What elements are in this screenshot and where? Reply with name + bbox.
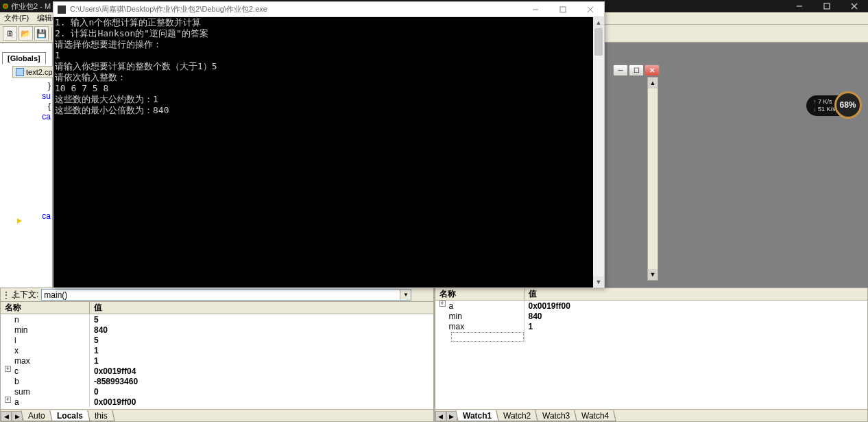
menu-file[interactable]: 文件(F) bbox=[4, 13, 29, 23]
table-row[interactable]: +c0x0019ff04 bbox=[1, 366, 433, 376]
expand-icon[interactable]: + bbox=[439, 301, 446, 307]
watch-table[interactable]: +a0x0019ff00min840max1 bbox=[435, 301, 868, 409]
var-name: c bbox=[1, 366, 90, 376]
net-speed-pill: ↑ 7 K/s ↓ 51 K/s 68% bbox=[806, 95, 859, 116]
context-bar: ⋮⋮ 上下文: main() ▼ bbox=[1, 288, 433, 302]
code-gutter: } su { ca ca bbox=[14, 81, 55, 222]
tab-locals[interactable]: Locals bbox=[49, 410, 90, 421]
table-row[interactable]: b-858993460 bbox=[1, 376, 433, 386]
network-monitor-widget[interactable]: ↑ 7 K/s ↓ 51 K/s 68% bbox=[806, 93, 865, 119]
upload-arrow-icon: ↑ bbox=[813, 98, 817, 105]
scroll-down-icon[interactable]: ▼ bbox=[648, 269, 658, 280]
tab-watch2[interactable]: Watch2 bbox=[496, 410, 538, 421]
debug-bottom-area: ⋮⋮ 上下文: main() ▼ 名称 值 n5min840i5x1max1+c… bbox=[0, 288, 868, 422]
var-value: 840 bbox=[90, 325, 433, 335]
console-max-button[interactable] bbox=[549, 2, 577, 16]
dropdown-arrow-icon[interactable]: ▼ bbox=[400, 290, 411, 300]
close-icon: ✕ bbox=[649, 67, 655, 74]
gauge-value: 68% bbox=[840, 102, 856, 109]
current-line-arrow-icon bbox=[17, 218, 22, 224]
toolbar-save-button[interactable]: 💾 bbox=[34, 26, 49, 40]
maximize-icon: ☐ bbox=[634, 67, 640, 74]
table-row[interactable]: x1 bbox=[1, 345, 433, 355]
header-value[interactable]: 值 bbox=[525, 288, 868, 300]
watch-tabs: ◀ ▶ Watch1 Watch2 Watch3 Watch4 bbox=[435, 409, 868, 421]
header-name[interactable]: 名称 bbox=[1, 302, 90, 314]
outer-close-button[interactable] bbox=[841, 1, 868, 12]
child-window-scrollbar[interactable]: ▲ ▼ bbox=[647, 77, 658, 281]
globals-tab[interactable]: [Globals] bbox=[2, 52, 46, 65]
var-value: 1 bbox=[90, 355, 433, 366]
header-value[interactable]: 值 bbox=[90, 302, 433, 314]
var-name: i bbox=[1, 335, 90, 345]
table-row[interactable]: sum0 bbox=[1, 386, 433, 397]
table-row[interactable]: +a0x0019ff00 bbox=[435, 301, 868, 311]
table-row[interactable]: max1 bbox=[435, 321, 868, 331]
tab-watch4[interactable]: Watch4 bbox=[575, 410, 617, 421]
var-value: 0 bbox=[90, 386, 433, 397]
tab-watch1[interactable]: Watch1 bbox=[455, 410, 499, 421]
var-name: max bbox=[1, 355, 90, 366]
tab-this[interactable]: this bbox=[87, 410, 114, 421]
var-name: a bbox=[1, 397, 90, 407]
header-name[interactable]: 名称 bbox=[435, 288, 525, 300]
tab-nav-left[interactable]: ◀ bbox=[435, 411, 446, 421]
table-row[interactable]: max1 bbox=[1, 355, 433, 366]
var-value: 0x0019ff04 bbox=[90, 366, 433, 376]
outer-title: 作业包2 - M bbox=[11, 1, 51, 12]
upload-speed: 7 K/s bbox=[818, 98, 832, 105]
open-folder-icon: 📂 bbox=[21, 29, 31, 38]
watch-new-input[interactable] bbox=[451, 332, 524, 342]
console-window: C:\Users\周嘉骐\Desktop\作业\作业包2\Debug\作业包2.… bbox=[53, 1, 605, 288]
console-output: 1. 输入n个你想计算的正整数并计算 2. 计算出Hankson的"逆问题"的答… bbox=[53, 17, 593, 288]
tab-label: Locals bbox=[57, 411, 83, 421]
download-arrow-icon: ↓ bbox=[813, 106, 817, 113]
scroll-thumb[interactable] bbox=[594, 28, 603, 56]
scroll-up-icon[interactable]: ▲ bbox=[593, 17, 604, 28]
console-scrollbar[interactable]: ▲ ▼ bbox=[593, 17, 604, 288]
expand-icon[interactable]: + bbox=[5, 366, 11, 372]
var-name: n bbox=[1, 314, 90, 325]
expand-icon[interactable]: + bbox=[5, 397, 11, 403]
file-tab[interactable]: text2.cp bbox=[12, 66, 56, 78]
locals-pane: ⋮⋮ 上下文: main() ▼ 名称 值 n5min840i5x1max1+c… bbox=[0, 288, 435, 422]
var-name: min bbox=[1, 325, 90, 335]
toolbar-new-button[interactable]: 🗎 bbox=[3, 26, 17, 40]
tab-auto[interactable]: Auto bbox=[21, 410, 52, 421]
var-value: 1 bbox=[90, 345, 433, 355]
outer-min-button[interactable] bbox=[786, 1, 813, 12]
scroll-up-icon[interactable]: ▲ bbox=[648, 78, 658, 89]
scroll-down-icon[interactable]: ▼ bbox=[593, 277, 604, 288]
context-dropdown[interactable]: main() ▼ bbox=[41, 289, 411, 301]
cpp-file-icon bbox=[16, 68, 24, 76]
var-value: 840 bbox=[525, 311, 868, 321]
table-row[interactable]: i5 bbox=[1, 335, 433, 345]
locals-table[interactable]: n5min840i5x1max1+c0x0019ff04b-858993460s… bbox=[1, 314, 433, 409]
table-row[interactable]: min840 bbox=[435, 311, 868, 321]
gripper-icon[interactable]: ⋮⋮ bbox=[2, 290, 9, 300]
child-window-controls: ─ ☐ ✕ bbox=[613, 65, 660, 76]
table-row[interactable]: min840 bbox=[1, 325, 433, 335]
tab-label: Watch2 bbox=[503, 411, 531, 421]
var-name: b bbox=[1, 376, 90, 386]
download-speed: 51 K/s bbox=[818, 106, 836, 113]
console-min-button[interactable] bbox=[522, 2, 549, 16]
locals-header: 名称 值 bbox=[1, 302, 433, 314]
child-max-button[interactable]: ☐ bbox=[629, 65, 644, 76]
outer-max-button[interactable] bbox=[813, 1, 841, 12]
child-close-button[interactable]: ✕ bbox=[644, 65, 660, 76]
console-titlebar[interactable]: C:\Users\周嘉骐\Desktop\作业\作业包2\Debug\作业包2.… bbox=[53, 2, 604, 17]
table-row[interactable]: +a0x0019ff00 bbox=[1, 397, 433, 407]
var-name: x bbox=[1, 345, 90, 355]
tab-watch3[interactable]: Watch3 bbox=[535, 410, 577, 421]
child-min-button[interactable]: ─ bbox=[613, 65, 628, 76]
tab-nav-left[interactable]: ◀ bbox=[1, 411, 12, 421]
table-row-empty[interactable] bbox=[435, 331, 868, 342]
minimize-icon: ─ bbox=[618, 67, 623, 74]
gauge: 68% bbox=[834, 91, 862, 119]
console-close-button[interactable] bbox=[577, 2, 604, 16]
table-row[interactable]: n5 bbox=[1, 314, 433, 325]
menu-edit[interactable]: 编辑( bbox=[37, 13, 55, 23]
var-name: a bbox=[435, 301, 525, 311]
toolbar-open-button[interactable]: 📂 bbox=[19, 26, 33, 40]
